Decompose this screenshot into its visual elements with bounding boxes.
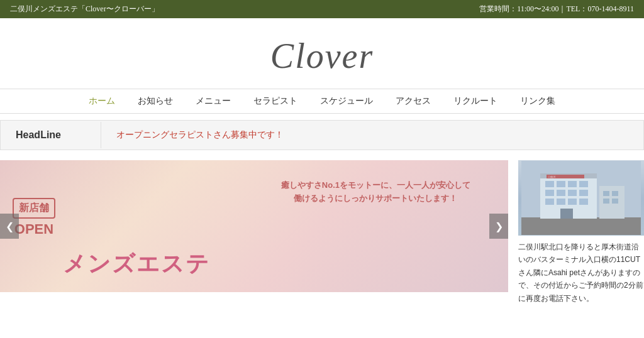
nav-item-news[interactable]: お知らせ — [138, 95, 173, 107]
svg-rect-10 — [568, 190, 577, 196]
svg-rect-7 — [579, 181, 588, 187]
nav-item-therapist[interactable]: セラピスト — [253, 95, 297, 107]
slide-overlay-text: 癒しやすさNo.1をモットーに、一人一人が安心して働けるようにしっかりサポートい… — [281, 179, 470, 205]
side-image: 二俣川 — [518, 160, 644, 236]
side-panel: 二俣川 二俣川駅北口を降りると厚木街道沿いのバスターミナル入口横の11CUTさん… — [518, 160, 644, 305]
business-info: 営業時間：11:00〜24:00｜TEL：070-1404-8911 — [479, 4, 634, 14]
slideshow-image: 新店舗 OPEN 癒しやすさNo.1をモットーに、一人一人が安心して働けるように… — [0, 160, 508, 292]
svg-rect-21 — [612, 199, 618, 204]
top-bar: 二俣川メンズエステ「Clover〜クローバー」 営業時間：11:00〜24:00… — [0, 0, 644, 18]
svg-rect-15 — [579, 199, 588, 205]
prev-slide-button[interactable]: ❮ — [0, 214, 19, 239]
side-description: 二俣川駅北口を降りると厚木街道沿いのバスターミナル入口横の11CUTさん隣にAs… — [518, 241, 644, 305]
svg-rect-20 — [603, 199, 609, 204]
svg-rect-18 — [603, 191, 609, 196]
svg-rect-5 — [557, 181, 565, 187]
side-img-placeholder: 二俣川 — [518, 160, 644, 236]
site-title: 二俣川メンズエステ「Clover〜クローバー」 — [10, 4, 159, 14]
nav-item-recruit[interactable]: リクルート — [453, 95, 497, 107]
svg-text:二俣川: 二俣川 — [548, 175, 555, 178]
headline-label: HeadLine — [1, 122, 101, 148]
svg-rect-19 — [612, 191, 618, 196]
svg-rect-1 — [521, 217, 641, 235]
svg-rect-12 — [545, 199, 554, 205]
headline-bar: HeadLine オープニングセラピストさん募集中です！ — [0, 120, 644, 150]
svg-rect-6 — [568, 181, 577, 187]
nav-item-links[interactable]: リンク集 — [520, 95, 555, 107]
slideshow-container: 新店舗 OPEN 癒しやすさNo.1をモットーに、一人一人が安心して働けるように… — [0, 160, 508, 292]
headline-content: オープニングセラピストさん募集中です！ — [101, 122, 299, 148]
open-label: OPEN — [13, 221, 55, 237]
logo-area: Clover — [0, 18, 644, 89]
nav-item-access[interactable]: アクセス — [396, 95, 431, 107]
nav-item-schedule[interactable]: スケジュール — [320, 95, 373, 107]
slide-new-badge: 新店舗 OPEN — [13, 198, 55, 237]
next-slide-button[interactable]: ❯ — [489, 214, 508, 239]
main-content: 新店舗 OPEN 癒しやすさNo.1をモットーに、一人一人が安心して働けるように… — [0, 150, 644, 305]
logo: Clover — [270, 36, 374, 75]
svg-rect-16 — [560, 209, 573, 219]
svg-rect-13 — [557, 199, 565, 205]
svg-rect-4 — [545, 181, 554, 187]
svg-rect-8 — [545, 190, 554, 196]
svg-rect-11 — [579, 190, 588, 196]
building-svg: 二俣川 — [521, 161, 641, 235]
nav-bar: ホーム お知らせ メニュー セラピスト スケジュール アクセス リクルート リン… — [0, 89, 644, 114]
nav-item-home[interactable]: ホーム — [89, 95, 115, 107]
nav-item-menu[interactable]: メニュー — [196, 95, 231, 107]
svg-rect-9 — [557, 190, 565, 196]
svg-rect-14 — [568, 199, 577, 205]
slide-main-text: メンズエステ — [63, 249, 210, 280]
new-store-label: 新店舗 — [13, 198, 55, 219]
